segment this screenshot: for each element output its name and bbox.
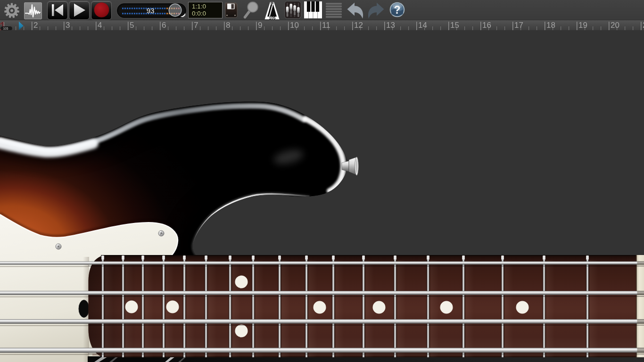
svg-text:18: 18 [546,21,555,30]
svg-text:4: 4 [98,21,102,30]
svg-text:93: 93 [147,7,155,15]
svg-text:19: 19 [578,21,587,30]
svg-text:8: 8 [226,21,230,30]
svg-text:10: 10 [290,21,299,30]
svg-text:105: 105 [3,27,8,30]
svg-text:7: 7 [194,21,198,30]
svg-text:13: 13 [386,21,395,30]
svg-text:2: 2 [33,21,38,30]
svg-text:11: 11 [322,21,330,30]
svg-text:14: 14 [418,21,427,30]
svg-text:16: 16 [482,21,491,30]
svg-text:5: 5 [130,21,134,30]
svg-text:20: 20 [611,21,619,30]
svg-text:9: 9 [258,21,262,30]
svg-text:3: 3 [66,21,70,30]
svg-text:105: 105 [269,16,275,20]
svg-text:17: 17 [514,21,523,30]
svg-text:?: ? [394,4,400,16]
svg-text:6: 6 [162,21,166,30]
svg-text:12: 12 [354,21,363,30]
svg-text:15: 15 [450,21,459,30]
